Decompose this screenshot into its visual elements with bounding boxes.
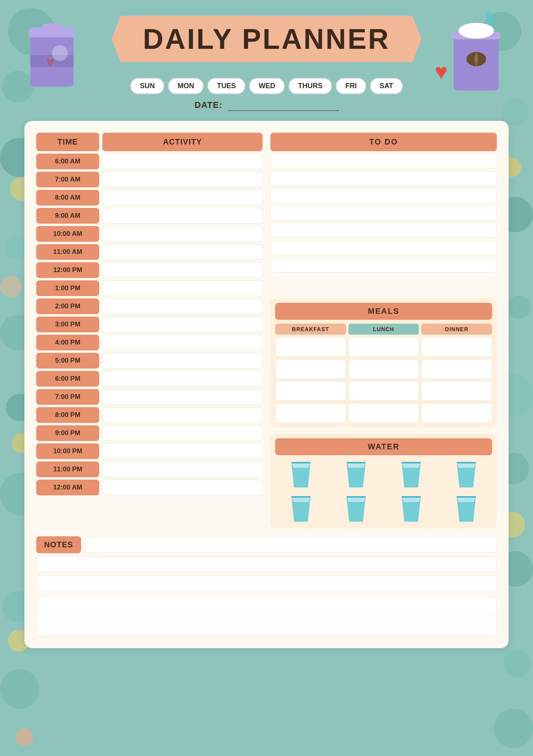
activity-cell[interactable] — [102, 208, 263, 224]
activity-cell[interactable] — [102, 480, 263, 495]
time-cell: 11:00 PM — [36, 461, 99, 477]
lunch-cell-3[interactable] — [348, 381, 419, 401]
time-cell: 3:00 PM — [36, 317, 99, 332]
time-cell: 6:00 AM — [36, 154, 99, 169]
day-tuesday[interactable]: TUES — [207, 78, 245, 94]
dinner-cell-1[interactable] — [421, 337, 492, 357]
svg-rect-19 — [402, 462, 421, 463]
right-section: TO DO MEAL — [270, 133, 497, 528]
day-saturday[interactable]: SAT — [370, 78, 403, 94]
time-cell: 5:00 PM — [36, 353, 99, 369]
time-cell: 10:00 AM — [36, 226, 99, 242]
todo-row[interactable] — [270, 223, 497, 238]
activity-cell[interactable] — [102, 425, 263, 441]
svg-rect-22 — [457, 462, 476, 463]
todo-spacer — [270, 275, 497, 290]
activity-cell[interactable] — [102, 280, 263, 296]
todo-row[interactable] — [270, 171, 497, 186]
table-row: 4:00 PM — [36, 335, 263, 350]
water-glass-8[interactable] — [441, 494, 492, 524]
water-glass-1[interactable] — [275, 460, 326, 489]
table-row: 11:00 AM — [36, 244, 263, 260]
time-cell: 6:00 PM — [36, 371, 99, 387]
breakfast-cell-3[interactable] — [275, 381, 346, 401]
breakfast-cell-1[interactable] — [275, 337, 346, 357]
water-glass-7[interactable] — [386, 494, 437, 524]
heart-decoration: ♥ — [435, 59, 448, 84]
date-input-line — [228, 100, 339, 111]
date-label: DATE: — [194, 100, 222, 110]
page-container: ♥ — [24, 16, 509, 648]
dinner-cell-4[interactable] — [421, 403, 492, 423]
planner-grid: TIME ACTIVITY 6:00 AM 7:00 AM 8:00 AM — [36, 133, 497, 528]
todo-row[interactable] — [270, 258, 497, 272]
notes-section: NOTES — [36, 536, 497, 636]
activity-cell[interactable] — [102, 298, 263, 314]
water-glass-4[interactable] — [441, 460, 492, 489]
table-row: 12:00 AM — [36, 480, 263, 495]
activity-cell[interactable] — [102, 407, 263, 423]
activity-cell[interactable] — [102, 371, 263, 387]
todo-row[interactable] — [270, 154, 497, 169]
activity-cell[interactable] — [102, 389, 263, 405]
meals-grid — [275, 337, 492, 423]
lunch-cell-2[interactable] — [348, 359, 419, 379]
time-cell: 8:00 AM — [36, 190, 99, 206]
day-monday[interactable]: MON — [168, 78, 204, 94]
header: ♥ — [24, 16, 509, 70]
left-section: TIME ACTIVITY 6:00 AM 7:00 AM 8:00 AM — [36, 133, 263, 528]
breakfast-cell-4[interactable] — [275, 403, 346, 423]
activity-cell[interactable] — [102, 172, 263, 187]
water-glass-6[interactable] — [330, 494, 381, 524]
time-cell: 9:00 PM — [36, 425, 99, 441]
water-section: WATER — [270, 434, 497, 528]
breakfast-cell-2[interactable] — [275, 359, 346, 379]
page-title: DAILY PLANNER — [143, 23, 390, 55]
svg-rect-13 — [291, 462, 311, 463]
activity-header: ACTIVITY — [102, 133, 263, 151]
table-row: 8:00 AM — [36, 190, 263, 206]
time-cell: 4:00 PM — [36, 335, 99, 350]
todo-section: TO DO — [270, 133, 497, 292]
schedule-header: TIME ACTIVITY — [36, 133, 263, 151]
table-row: 1:00 PM — [36, 280, 263, 296]
activity-cell[interactable] — [102, 190, 263, 206]
planner-card: TIME ACTIVITY 6:00 AM 7:00 AM 8:00 AM — [24, 121, 509, 648]
dinner-cell-3[interactable] — [421, 381, 492, 401]
table-row: 7:00 PM — [36, 389, 263, 405]
activity-cell[interactable] — [102, 443, 263, 459]
water-glass-2[interactable] — [330, 460, 381, 489]
water-header: WATER — [275, 438, 492, 455]
lunch-cell-4[interactable] — [348, 403, 419, 423]
activity-cell[interactable] — [102, 226, 263, 242]
day-wednesday[interactable]: WED — [249, 78, 285, 94]
notes-line-3[interactable] — [36, 575, 497, 591]
activity-cell[interactable] — [102, 244, 263, 260]
activity-cell[interactable] — [102, 262, 263, 278]
notes-extra-box[interactable] — [36, 597, 497, 636]
activity-cell[interactable] — [102, 353, 263, 369]
todo-row[interactable] — [270, 206, 497, 220]
todo-row[interactable] — [270, 240, 497, 255]
todo-row[interactable] — [270, 188, 497, 203]
time-cell: 8:00 PM — [36, 407, 99, 423]
date-row: DATE: — [24, 100, 509, 111]
lunch-cell-1[interactable] — [348, 337, 419, 357]
day-thursday[interactable]: THURS — [289, 78, 332, 94]
notes-line-2[interactable] — [36, 556, 497, 572]
activity-cell[interactable] — [102, 154, 263, 169]
dinner-header: DINNER — [421, 324, 492, 335]
svg-rect-34 — [457, 496, 476, 498]
water-glass-3[interactable] — [386, 460, 437, 489]
activity-cell[interactable] — [102, 317, 263, 332]
water-glass-5[interactable] — [275, 494, 326, 524]
activity-cell[interactable] — [102, 461, 263, 477]
day-friday[interactable]: FRI — [336, 78, 366, 94]
title-banner: DAILY PLANNER — [111, 16, 422, 62]
dinner-cell-2[interactable] — [421, 359, 492, 379]
day-sunday[interactable]: SUN — [130, 78, 164, 94]
notes-line-1[interactable] — [85, 537, 497, 553]
activity-cell[interactable] — [102, 335, 263, 350]
time-cell: 12:00 PM — [36, 262, 99, 278]
table-row: 3:00 PM — [36, 317, 263, 332]
